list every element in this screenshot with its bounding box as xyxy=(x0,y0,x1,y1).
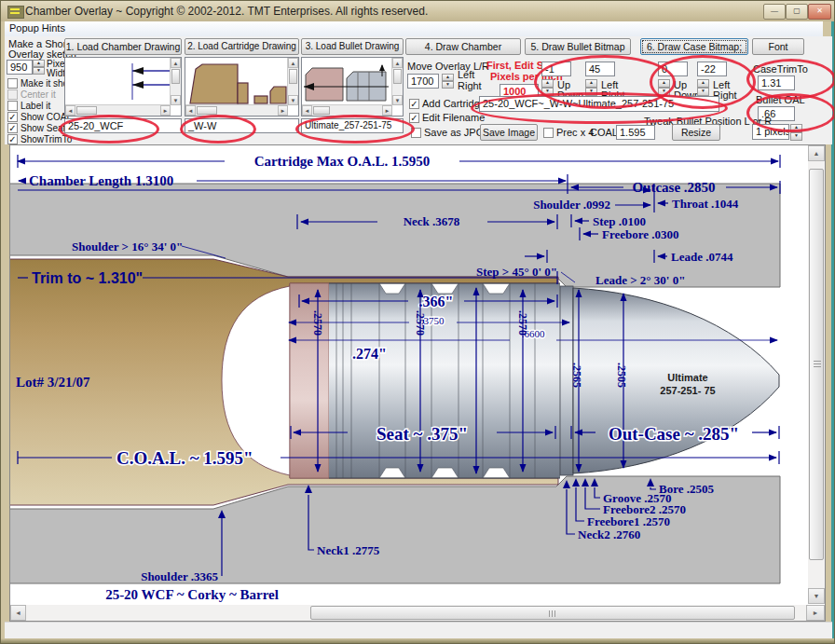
checkbox-edit-filename[interactable]: ✓ xyxy=(409,113,419,123)
arrow-up-icon[interactable]: ▲ xyxy=(288,58,298,68)
cartridge-preview-vscroll[interactable]: ▲ ▼ xyxy=(287,58,298,105)
scroll-thumb[interactable] xyxy=(171,69,180,84)
horizontal-scroll-thumb[interactable] xyxy=(310,606,795,620)
case-left-right-spinner[interactable]: ▲ ▼ xyxy=(697,79,709,96)
spinner-down-icon[interactable]: ▼ xyxy=(790,132,802,141)
resize-button[interactable]: Resize xyxy=(672,124,720,141)
case-horizontal-input[interactable]: -22 xyxy=(697,62,727,76)
checkbox-label-it[interactable] xyxy=(7,101,18,111)
spinner-up-icon[interactable]: ▲ xyxy=(658,79,670,88)
arrow-right-icon[interactable]: ► xyxy=(278,105,288,116)
spinner-up-icon[interactable]: ▲ xyxy=(442,74,454,81)
spinner-down-icon[interactable]: ▼ xyxy=(697,88,709,96)
dim-2570-c: .2570 xyxy=(516,310,529,336)
scroll-thumb[interactable] xyxy=(313,106,330,115)
load-bullet-drawing-button[interactable]: 3. Load Bullet Drawing xyxy=(301,38,404,55)
scroll-thumb[interactable] xyxy=(197,106,217,115)
load-chamber-drawing-button[interactable]: 1. Load Chamber Drawing xyxy=(64,38,182,55)
pixel-width-input[interactable]: 950 xyxy=(7,60,33,75)
spinner-up-icon[interactable]: ▲ xyxy=(541,79,554,88)
chamber-preview-hscroll[interactable]: ◄ ► xyxy=(65,104,171,116)
move-overlay-spinner[interactable]: ▲ ▼ xyxy=(442,74,454,89)
arrow-down-icon[interactable]: ▼ xyxy=(171,95,181,105)
checkbox-save-jpg[interactable] xyxy=(411,128,421,138)
draw-chamber-button[interactable]: 4. Draw Chamber xyxy=(405,38,521,55)
scroll-up-icon[interactable]: ▲ xyxy=(808,145,825,161)
checkbox-center-it xyxy=(7,89,18,100)
app-icon-bar xyxy=(10,12,20,14)
vertical-scroll-thumb[interactable] xyxy=(809,169,824,560)
arrow-up-icon[interactable]: ▲ xyxy=(392,58,403,68)
scroll-thumb[interactable] xyxy=(289,69,297,84)
scroll-thumb[interactable] xyxy=(76,106,97,115)
scroll-left-icon[interactable]: ◄ xyxy=(10,605,26,621)
dim-274: .274" xyxy=(352,346,387,362)
bullet-preview-hscroll[interactable]: ◄ ► xyxy=(302,104,392,116)
spinner-down-icon[interactable]: ▼ xyxy=(442,81,454,89)
checkbox-prec-x4[interactable] xyxy=(543,128,554,138)
bullet-preview-vscroll[interactable]: ▲ ▼ xyxy=(391,58,403,105)
dim-2570-a: .2570 xyxy=(311,310,324,336)
drawing-title: 25-20 WCF ~ Corky ~ Barrel xyxy=(105,587,279,602)
spinner-down-icon[interactable]: ▼ xyxy=(658,88,670,96)
bullet-preview-sketch xyxy=(302,58,392,105)
save-image-button[interactable]: Save Image xyxy=(480,124,538,141)
dim-neck: Neck .3678 xyxy=(404,214,460,228)
arrow-right-icon[interactable]: ► xyxy=(160,105,171,116)
bullet-up-down-spinner[interactable]: ▲ ▼ xyxy=(541,79,554,96)
case-trim-label: CaseTrimTo xyxy=(753,63,808,75)
checkbox-add-cartridge[interactable]: ✓ xyxy=(409,99,419,109)
spinner-down-icon[interactable]: ▼ xyxy=(33,67,45,75)
bullet-filename-field[interactable]: Ultimate_257-251-75 xyxy=(301,118,404,133)
move-overlay-input[interactable]: 1700 xyxy=(407,74,439,89)
maximize-button[interactable]: ▢ xyxy=(786,4,808,20)
arrow-down-icon[interactable]: ▼ xyxy=(392,95,403,105)
spinner-up-icon[interactable]: ▲ xyxy=(697,79,709,88)
load-cartridge-drawing-button[interactable]: 2. Load Cartridge Drawing xyxy=(185,38,299,55)
arrow-right-icon[interactable]: ► xyxy=(382,105,392,116)
draw-bullet-bitmap-button[interactable]: 5. Draw Bullet Bitmap xyxy=(525,38,631,55)
menu-item-popup-hints[interactable]: Popup Hints xyxy=(9,22,65,34)
label-step-angle: Step > 45° 0' 0" xyxy=(476,265,557,279)
arrow-left-icon[interactable]: ◄ xyxy=(65,105,75,116)
case-trim-input[interactable]: 1.31 xyxy=(758,75,795,90)
checkbox-make-it-short[interactable] xyxy=(7,78,18,89)
chamber-filename-field[interactable]: 25-20_WCF xyxy=(64,118,182,133)
spinner-down-icon[interactable]: ▼ xyxy=(585,88,597,96)
scroll-right-icon[interactable]: ► xyxy=(806,605,825,621)
draw-case-bitmap-button[interactable]: 6. Draw Case Bitmap; xyxy=(640,38,748,55)
pixel-width-spinner[interactable]: ▲ ▼ xyxy=(33,60,45,75)
window-title: Chamber Overlay ~ Copyright © 2002-2012.… xyxy=(25,5,428,18)
case-up-down-spinner[interactable]: ▲ ▼ xyxy=(658,79,670,96)
output-filename-field[interactable]: 25-20_WCF~_W-W~Ultimate_257-251-75 xyxy=(479,96,719,112)
tweak-pixels-spinner[interactable]: ▲ ▼ xyxy=(790,124,802,141)
cartridge-preview-hscroll[interactable]: ◄ ► xyxy=(185,104,288,116)
dim-2570-b: .2570 xyxy=(414,310,427,336)
bullet-vertical-input[interactable]: -1 xyxy=(541,62,571,76)
bullet-name-line1: Ultimate xyxy=(667,372,707,383)
chamber-preview-vscroll[interactable]: ▲ ▼ xyxy=(170,58,181,105)
tweak-pixels-select[interactable]: 1 pixels xyxy=(752,124,789,140)
close-button[interactable]: ✕ xyxy=(808,4,831,20)
bullet-left-right-spinner[interactable]: ▲ ▼ xyxy=(585,79,597,96)
arrow-left-icon[interactable]: ◄ xyxy=(185,105,196,116)
spinner-down-icon[interactable]: ▼ xyxy=(541,88,554,96)
font-button[interactable]: Font xyxy=(752,38,804,55)
spinner-up-icon[interactable]: ▲ xyxy=(790,124,802,132)
spinner-up-icon[interactable]: ▲ xyxy=(33,60,45,67)
scroll-thumb[interactable] xyxy=(393,69,402,84)
arrow-up-icon[interactable]: ▲ xyxy=(171,58,181,68)
minimize-button[interactable]: — xyxy=(763,4,786,20)
scroll-down-icon[interactable]: ▼ xyxy=(808,588,825,604)
case-vertical-input[interactable]: 0 xyxy=(658,62,688,76)
checkbox-show-coal[interactable]: ✓ xyxy=(7,112,18,122)
checkbox-show-trimto[interactable]: ✓ xyxy=(7,134,18,144)
spinner-up-icon[interactable]: ▲ xyxy=(585,79,597,88)
callout-neck1: Neck1 .2775 xyxy=(317,543,380,557)
checkbox-show-seatd[interactable]: ✓ xyxy=(7,123,18,133)
arrow-left-icon[interactable]: ◄ xyxy=(302,105,312,116)
bullet-horizontal-input[interactable]: 45 xyxy=(585,62,615,76)
coal-input[interactable]: 1.595 xyxy=(616,125,655,140)
cartridge-filename-field[interactable]: _W-W xyxy=(185,118,299,133)
arrow-down-icon[interactable]: ▼ xyxy=(288,95,298,105)
